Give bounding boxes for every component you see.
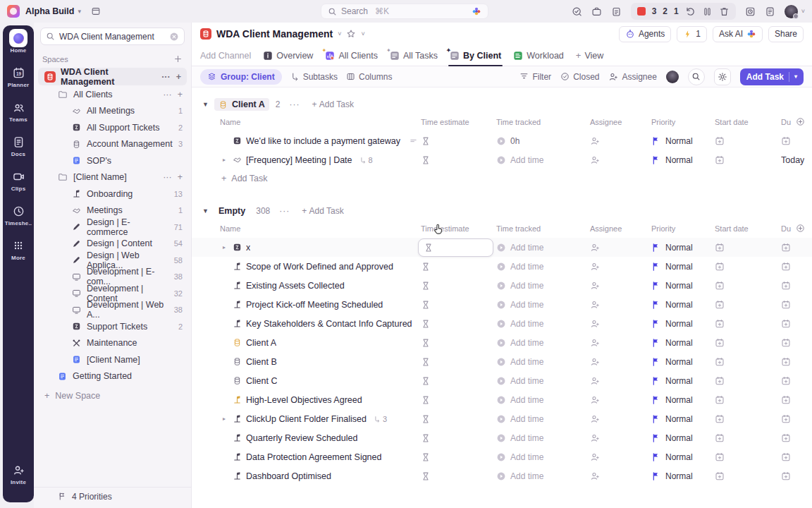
- task-row[interactable]: ▸ [Frequency] Meeting | Date 8 Add time …: [192, 150, 812, 169]
- start-date-cell[interactable]: [712, 414, 778, 424]
- start-date-cell[interactable]: [712, 471, 778, 481]
- task-name[interactable]: Dashboard Optimised: [246, 471, 331, 481]
- group-name[interactable]: Client A: [214, 98, 269, 111]
- column-start-date[interactable]: Start date: [712, 118, 778, 126]
- expand-arrow-icon[interactable]: ▸: [220, 416, 228, 422]
- global-search-bar[interactable]: Search ⌘K: [321, 4, 488, 19]
- time-estimate-focused-cell[interactable]: [418, 238, 493, 257]
- column-priority[interactable]: Priority: [648, 118, 712, 126]
- time-tracked-cell[interactable]: Add time: [493, 452, 587, 462]
- column-time-estimate[interactable]: Time estimate: [418, 224, 493, 233]
- invite-button[interactable]: Invite: [3, 462, 34, 497]
- collapse-group-icon[interactable]: ▼: [202, 101, 209, 108]
- task-name[interactable]: High-Level Objectives Agreed: [246, 395, 362, 405]
- task-name[interactable]: Existing Assets Collected: [246, 281, 345, 291]
- task-name[interactable]: Data Protection Agreement Signed: [246, 452, 381, 462]
- group-menu-icon[interactable]: ···: [279, 206, 290, 216]
- due-date-cell[interactable]: [778, 338, 812, 348]
- task-name[interactable]: Key Stakeholders & Contact Info Captured: [246, 319, 412, 329]
- priority-cell[interactable]: Normal: [648, 395, 712, 405]
- sidebar-search[interactable]: [40, 28, 185, 45]
- due-date-cell[interactable]: [778, 414, 812, 424]
- share-button[interactable]: Share: [768, 26, 804, 42]
- assignee-cell[interactable]: [587, 300, 648, 310]
- time-estimate-cell[interactable]: [418, 471, 493, 481]
- column-start-date[interactable]: Start date: [712, 224, 778, 233]
- add-task-row[interactable]: +Add Task: [192, 169, 812, 188]
- sidebar-item[interactable]: SOP's: [34, 152, 191, 169]
- sidebar-item[interactable]: [Client Name]: [34, 351, 191, 368]
- sidebar-item[interactable]: [Client Name] ···+: [34, 169, 191, 186]
- start-date-cell[interactable]: [712, 155, 778, 165]
- due-date-cell[interactable]: [778, 452, 812, 462]
- group-name[interactable]: Empty: [214, 205, 250, 217]
- due-date-cell[interactable]: [778, 281, 812, 291]
- time-estimate-cell[interactable]: [418, 281, 493, 291]
- start-date-cell[interactable]: [712, 136, 778, 146]
- time-tracked-cell[interactable]: Add time: [493, 300, 587, 310]
- add-column-icon[interactable]: [796, 224, 805, 233]
- group-menu-icon[interactable]: ···: [289, 99, 300, 109]
- sidebar-item[interactable]: Maintenance: [34, 335, 191, 352]
- add-view-button[interactable]: + View: [576, 50, 603, 61]
- assignee-cell[interactable]: [587, 357, 648, 367]
- plus-icon[interactable]: +: [178, 172, 183, 182]
- time-estimate-cell[interactable]: [418, 319, 493, 329]
- pause-icon[interactable]: [702, 6, 713, 17]
- due-date-cell[interactable]: [778, 471, 812, 481]
- rail-item-home[interactable]: Home: [3, 30, 34, 65]
- more-menu-icon[interactable]: ···: [163, 90, 172, 99]
- sidebar-item[interactable]: All Support Tickets 2: [34, 119, 191, 136]
- due-date-cell[interactable]: [778, 319, 812, 329]
- collapse-group-icon[interactable]: ▼: [202, 207, 209, 214]
- due-date-cell[interactable]: [778, 136, 812, 146]
- priority-cell[interactable]: Normal: [648, 376, 712, 386]
- assignee-cell[interactable]: [587, 395, 648, 405]
- new-space-button[interactable]: + New Space: [34, 387, 191, 405]
- start-date-cell[interactable]: [712, 338, 778, 348]
- task-row[interactable]: Dashboard Optimised Add time Normal: [192, 466, 812, 485]
- priority-cell[interactable]: Normal: [648, 414, 712, 424]
- time-estimate-cell[interactable]: [418, 452, 493, 462]
- task-name[interactable]: Client C: [246, 376, 277, 386]
- filter-button[interactable]: Filter: [519, 72, 551, 82]
- assignee-cell[interactable]: [587, 433, 648, 443]
- expand-arrow-icon[interactable]: ▸: [220, 244, 228, 250]
- task-name[interactable]: Quarterly Review Scheduled: [246, 433, 357, 443]
- task-row[interactable]: Scope of Work Defined and Approved Add t…: [192, 257, 812, 276]
- start-date-cell[interactable]: [712, 281, 778, 291]
- priority-cell[interactable]: Normal: [648, 452, 712, 462]
- add-channel-button[interactable]: Add Channel: [200, 51, 251, 61]
- agents-button[interactable]: Agents: [619, 26, 671, 42]
- doc-icon[interactable]: [765, 6, 775, 17]
- column-assignee[interactable]: Assignee: [587, 224, 648, 233]
- assignee-cell[interactable]: [587, 281, 648, 291]
- column-due-date[interactable]: Du: [781, 118, 791, 126]
- sidebar-item[interactable]: All Meetings 1: [34, 103, 191, 120]
- workspace-logo-icon[interactable]: [7, 5, 20, 18]
- time-tracked-cell[interactable]: 0h: [493, 136, 587, 146]
- assignee-cell[interactable]: [587, 338, 648, 348]
- task-row[interactable]: Quarterly Review Scheduled Add time Norm…: [192, 428, 812, 447]
- recording-badge[interactable]: 3: [652, 6, 657, 16]
- row-handle-icon[interactable]: [409, 136, 418, 145]
- time-tracked-cell[interactable]: Add time: [493, 376, 587, 386]
- time-tracked-cell[interactable]: Add time: [493, 338, 587, 348]
- due-date-cell[interactable]: [778, 300, 812, 310]
- priority-cell[interactable]: Normal: [648, 433, 712, 443]
- priority-cell[interactable]: Normal: [648, 338, 712, 348]
- start-date-cell[interactable]: [712, 300, 778, 310]
- group-add-task-button[interactable]: + Add Task: [312, 99, 353, 109]
- ask-ai-button[interactable]: Ask AI: [713, 26, 763, 42]
- task-row[interactable]: Existing Assets Collected Add time Norma…: [192, 276, 812, 295]
- time-estimate-cell[interactable]: [418, 262, 493, 272]
- inbox-icon[interactable]: [591, 6, 602, 17]
- assignee-cell[interactable]: [587, 155, 648, 165]
- start-date-cell[interactable]: [712, 319, 778, 329]
- clock-box-icon[interactable]: [745, 6, 756, 17]
- column-name[interactable]: Name: [192, 118, 418, 126]
- assignee-cell[interactable]: [587, 262, 648, 272]
- time-estimate-cell[interactable]: [418, 395, 493, 405]
- sidebar-item[interactable]: Development | Web A... 38: [34, 302, 191, 319]
- task-row[interactable]: We'd like to include a payment gateway 0…: [192, 131, 812, 150]
